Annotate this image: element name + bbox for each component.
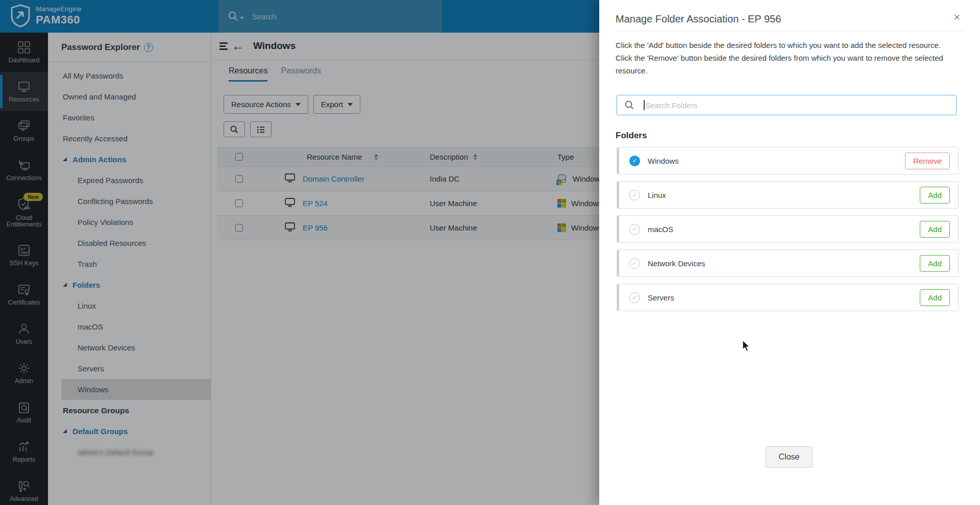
add-button[interactable]: Add (920, 221, 950, 238)
unassociated-check-icon: ✓ (629, 224, 640, 235)
folder-name: Windows (648, 157, 679, 165)
text-caret (644, 100, 645, 110)
folder-list: ✓ Windows Remove ✓ Linux Add ✓ macOS Add… (617, 147, 959, 318)
unassociated-check-icon: ✓ (629, 190, 640, 200)
pam360-app: ManageEngine PAM360 Search Dashboard Res… (0, 0, 980, 505)
manage-folder-association-modal: Manage Folder Association - EP 956 ✕ Cli… (599, 0, 980, 505)
folder-search-input[interactable]: Search Folders (617, 95, 957, 115)
unassociated-check-icon: ✓ (629, 292, 640, 303)
modal-instructions: Click the 'Add' button beside the desire… (616, 39, 954, 77)
folder-name: Linux (648, 191, 666, 199)
remove-button[interactable]: Remove (905, 153, 950, 169)
folder-row-macos: ✓ macOS Add (617, 215, 959, 243)
folder-search-placeholder: Search Folders (646, 101, 698, 110)
folder-row-network-devices: ✓ Network Devices Add (617, 249, 959, 277)
modal-title-divider (616, 31, 964, 31)
close-button[interactable]: Close (766, 446, 813, 468)
add-button[interactable]: Add (920, 289, 950, 306)
modal-backdrop (0, 0, 599, 505)
modal-title: Manage Folder Association - EP 956 (616, 13, 781, 25)
folder-name: Servers (648, 293, 674, 302)
folders-section-title: Folders (616, 131, 647, 141)
folder-row-servers: ✓ Servers Add (617, 284, 959, 311)
associated-check-icon: ✓ (629, 156, 640, 166)
folder-name: macOS (648, 225, 673, 234)
unassociated-check-icon: ✓ (629, 258, 640, 269)
add-button[interactable]: Add (920, 255, 950, 272)
folder-row-linux: ✓ Linux Add (617, 181, 959, 209)
mouse-cursor (741, 340, 752, 353)
close-icon[interactable]: ✕ (953, 12, 961, 23)
search-icon (624, 100, 634, 110)
add-button[interactable]: Add (920, 187, 950, 204)
folder-name: Network Devices (648, 259, 705, 268)
folder-row-windows: ✓ Windows Remove (617, 147, 959, 174)
